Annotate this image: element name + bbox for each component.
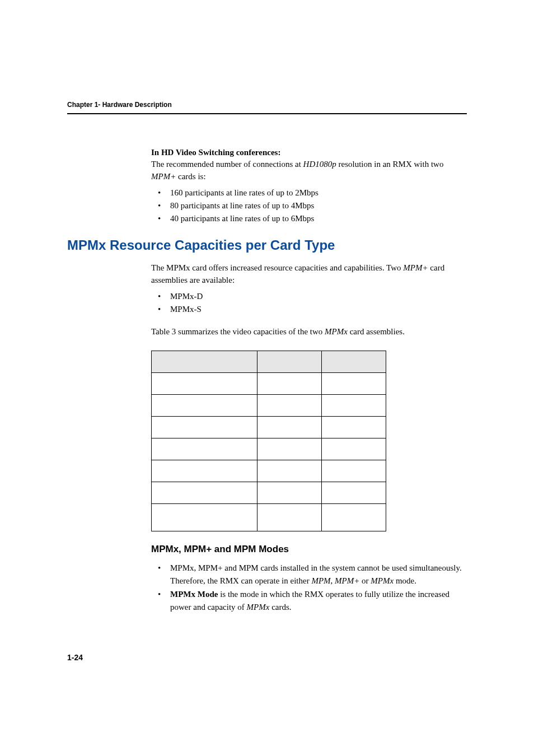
table-header-cell [321, 351, 386, 373]
table-cell [257, 395, 321, 417]
list-item: MPMx, MPM+ and MPM cards installed in th… [151, 562, 467, 588]
page-number: 1-24 [67, 653, 467, 662]
running-header: Chapter 1- Hardware Description [67, 101, 467, 109]
table-row [152, 373, 386, 395]
table-cell [321, 460, 386, 482]
list-item: 80 participants at line rates of up to 4… [151, 199, 467, 212]
table-header-cell [152, 351, 257, 373]
assembly-bullet-list: MPMx-D MPMx-S [151, 290, 467, 316]
text-italic: MPM+ [335, 576, 359, 585]
table-cell [321, 373, 386, 395]
table-cell [152, 373, 257, 395]
table-cell [321, 438, 386, 460]
capacity-table [151, 351, 386, 531]
header-rule [67, 113, 467, 114]
text: or [359, 576, 371, 585]
subsection-title: MPMx, MPM+ and MPM Modes [151, 544, 467, 555]
table-cell [152, 395, 257, 417]
table-cell [321, 482, 386, 504]
table-header-row [152, 351, 386, 373]
table-cell [257, 373, 321, 395]
table-row [152, 460, 386, 482]
text-italic: MPMx [325, 327, 348, 336]
text-bold: MPMx Mode [170, 590, 218, 599]
list-item: 40 participants at line rates of up to 6… [151, 212, 467, 225]
text: mode. [394, 576, 416, 585]
list-item: MPMx Mode is the mode in which the RMX o… [151, 588, 467, 614]
list-item: MPMx-S [151, 303, 467, 316]
table-cell [257, 504, 321, 531]
text-italic: HD1080p [303, 160, 336, 169]
table-cell [152, 460, 257, 482]
list-item: MPMx-D [151, 290, 467, 303]
text: resolution in an RMX with two [336, 160, 444, 169]
section-p1: The MPMx card offers increased resource … [151, 262, 467, 287]
table-cell [152, 438, 257, 460]
text: Table 3 summarizes the video capacities … [151, 327, 325, 336]
table-cell [257, 460, 321, 482]
hd-switching-heading: In HD Video Switching conferences: [151, 148, 467, 157]
text: cards is: [176, 172, 205, 181]
table-cell [257, 417, 321, 438]
text: cards. [269, 603, 291, 612]
text: card assemblies. [348, 327, 405, 336]
table-row [152, 438, 386, 460]
intro-paragraph: The recommended number of connections at… [151, 158, 467, 183]
modes-bullet-list: MPMx, MPM+ and MPM cards installed in th… [151, 562, 467, 614]
table-cell [152, 417, 257, 438]
table-row [152, 395, 386, 417]
table-row [152, 504, 386, 531]
intro-bullet-list: 160 participants at line rates of up to … [151, 186, 467, 226]
table-cell [321, 417, 386, 438]
table-cell [152, 504, 257, 531]
table-cell [321, 504, 386, 531]
text-italic: MPM [311, 576, 330, 585]
section-title: MPMx Resource Capacities per Card Type [67, 237, 467, 253]
section-p2: Table 3 summarizes the video capacities … [151, 326, 467, 338]
text: The MPMx card offers increased resource … [151, 263, 403, 272]
text: The recommended number of connections at [151, 160, 303, 169]
text: , [331, 576, 335, 585]
table-row [152, 417, 386, 438]
table-header-cell [257, 351, 321, 373]
table-cell [321, 395, 386, 417]
text-italic: MPM+ [151, 172, 176, 181]
table-cell [152, 482, 257, 504]
table-row [152, 482, 386, 504]
text-italic: MPMx [247, 603, 270, 612]
text-italic: MPMx [371, 576, 394, 585]
table-cell [257, 482, 321, 504]
list-item: 160 participants at line rates of up to … [151, 186, 467, 199]
text-italic: MPM+ [403, 263, 428, 272]
table-cell [257, 438, 321, 460]
